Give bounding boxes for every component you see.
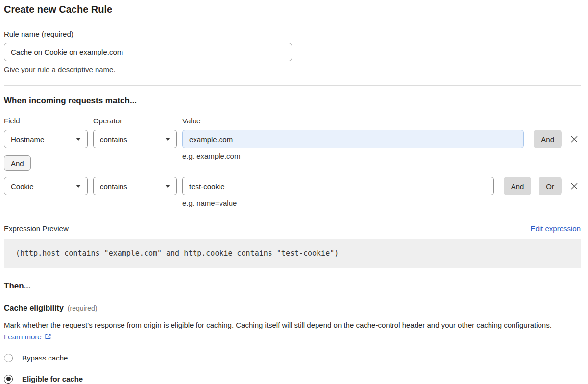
value-input[interactable] — [182, 130, 524, 148]
radio-bypass-cache[interactable]: Bypass cache — [4, 354, 581, 362]
field-select[interactable]: Hostname — [4, 130, 88, 148]
connector-line — [18, 148, 18, 155]
operator-select[interactable]: contains — [93, 130, 177, 148]
cache-eligibility-description: Mark whether the request’s response from… — [4, 319, 572, 343]
radio-label: Eligible for cache — [22, 375, 83, 383]
row-actions: And Or — [504, 177, 562, 195]
field-select-value: Cookie — [11, 182, 34, 191]
cache-eligibility-title: Cache eligibility — [4, 304, 64, 312]
value-column-label: Value — [182, 117, 200, 125]
page-title: Create new Cache Rule — [4, 3, 581, 15]
description-text: Mark whether the request’s response from… — [4, 321, 552, 329]
external-link-icon — [44, 333, 52, 340]
value-hint: e.g. example.com — [182, 152, 240, 160]
row-actions: And — [534, 130, 562, 148]
value-input[interactable] — [182, 177, 494, 195]
operator-column-label: Operator — [93, 117, 182, 125]
rule-name-label: Rule name (required) — [4, 30, 581, 38]
radio-label: Bypass cache — [22, 354, 68, 362]
and-button[interactable]: And — [534, 130, 562, 148]
expression-preview-code: (http.host contains "example.com" and ht… — [4, 239, 581, 268]
and-connector-button[interactable]: And — [4, 155, 31, 171]
required-note: (required) — [68, 304, 98, 312]
close-icon — [569, 134, 580, 144]
radio-dot — [6, 377, 11, 381]
condition-row-2: Cookie contains And Or — [4, 177, 581, 195]
match-heading: When incoming requests match... — [4, 96, 581, 106]
field-select-value: Hostname — [11, 135, 44, 144]
edit-expression-link[interactable]: Edit expression — [530, 224, 581, 233]
or-button[interactable]: Or — [539, 177, 562, 195]
condition-row-1: Hostname contains And — [4, 130, 581, 148]
operator-select-value: contains — [100, 182, 127, 191]
then-heading: Then... — [4, 281, 581, 291]
field-column-label: Field — [4, 117, 93, 125]
connector-line — [18, 171, 18, 177]
value-hint: e.g. name=value — [182, 199, 581, 207]
chevron-down-icon — [76, 185, 81, 188]
operator-select[interactable]: contains — [93, 177, 177, 195]
chevron-down-icon — [165, 138, 170, 141]
rule-name-help: Give your rule a descriptive name. — [4, 65, 581, 73]
expression-preview-header: Expression Preview Edit expression — [4, 224, 581, 233]
remove-condition-button[interactable] — [568, 177, 581, 195]
cache-eligibility-header: Cache eligibility (required) — [4, 304, 581, 312]
expression-preview-label: Expression Preview — [4, 224, 69, 233]
radio-icon-checked[interactable] — [4, 375, 13, 384]
create-cache-rule-page: Create new Cache Rule Rule name (require… — [0, 0, 588, 384]
radio-icon[interactable] — [4, 354, 13, 362]
section-divider — [4, 85, 581, 86]
connector-band: And e.g. example.com — [4, 148, 581, 177]
field-select[interactable]: Cookie — [4, 177, 88, 195]
radio-eligible-for-cache[interactable]: Eligible for cache — [4, 375, 581, 384]
and-button[interactable]: And — [504, 177, 532, 195]
condition-column-labels: Field Operator Value — [4, 117, 581, 125]
chevron-down-icon — [165, 185, 170, 188]
rule-name-input[interactable] — [4, 43, 292, 61]
chevron-down-icon — [76, 138, 81, 141]
operator-select-value: contains — [100, 135, 127, 144]
close-icon — [569, 181, 580, 192]
learn-more-link[interactable]: Learn more — [4, 333, 42, 341]
remove-condition-button[interactable] — [568, 130, 581, 148]
